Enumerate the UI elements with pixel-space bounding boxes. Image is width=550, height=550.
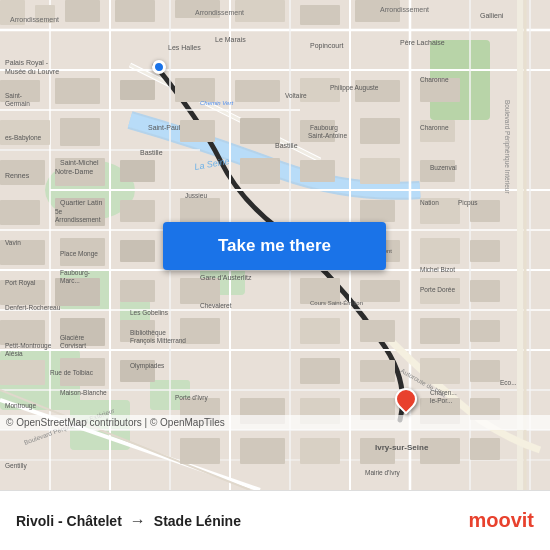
svg-text:Bastille: Bastille xyxy=(140,149,163,156)
svg-text:Porte d'Ivry: Porte d'Ivry xyxy=(175,394,208,402)
svg-text:Saint-: Saint- xyxy=(5,92,22,99)
svg-text:Alésia: Alésia xyxy=(5,350,23,357)
svg-text:Gare d'Austerlitz: Gare d'Austerlitz xyxy=(200,274,252,281)
svg-text:Michel Bizot: Michel Bizot xyxy=(420,266,455,273)
svg-rect-93 xyxy=(360,320,395,342)
svg-text:Place Monge: Place Monge xyxy=(60,250,98,258)
svg-rect-114 xyxy=(470,438,500,460)
svg-text:Petit-Montrouge: Petit-Montrouge xyxy=(5,342,52,350)
svg-rect-47 xyxy=(175,78,215,102)
svg-rect-92 xyxy=(300,318,340,344)
svg-text:Eco...: Eco... xyxy=(500,379,517,386)
svg-text:Popincourt: Popincourt xyxy=(310,42,344,50)
svg-rect-54 xyxy=(180,120,215,142)
svg-rect-100 xyxy=(360,360,395,382)
svg-text:es-Babylone: es-Babylone xyxy=(5,134,42,142)
svg-text:Corvisart: Corvisart xyxy=(60,342,86,349)
moovit-logo: moovit xyxy=(468,509,534,532)
origin-marker xyxy=(152,60,166,74)
svg-text:Olympiades: Olympiades xyxy=(130,362,165,370)
copyright-text: © OpenStreetMap contributors | © OpenMap… xyxy=(6,417,225,428)
svg-rect-63 xyxy=(300,160,335,182)
svg-text:Palais Royal -: Palais Royal - xyxy=(5,59,49,67)
svg-rect-61 xyxy=(120,160,155,182)
svg-rect-95 xyxy=(470,320,500,342)
svg-rect-66 xyxy=(0,200,40,225)
svg-text:le-Por...: le-Por... xyxy=(430,397,453,404)
svg-text:Cours Saint-Émilion: Cours Saint-Émilion xyxy=(310,300,363,306)
svg-rect-46 xyxy=(120,80,155,100)
svg-rect-83 xyxy=(180,278,220,304)
svg-text:Chemin Vert: Chemin Vert xyxy=(200,100,233,106)
svg-text:Jussieu: Jussieu xyxy=(185,192,207,199)
svg-rect-94 xyxy=(420,318,460,344)
map-container: Arrondissement Arrondissement Arrondisse… xyxy=(0,0,550,490)
svg-rect-102 xyxy=(470,360,500,382)
svg-rect-53 xyxy=(60,118,100,146)
svg-text:Faubourg-: Faubourg- xyxy=(60,269,90,277)
svg-text:Le Marais: Le Marais xyxy=(215,36,246,43)
svg-rect-87 xyxy=(470,280,500,302)
svg-text:Bastille: Bastille xyxy=(275,142,298,149)
svg-text:Arrondissement: Arrondissement xyxy=(10,16,59,23)
svg-rect-85 xyxy=(360,280,400,302)
svg-rect-111 xyxy=(300,438,340,464)
svg-text:Gallieni: Gallieni xyxy=(480,12,504,19)
svg-text:Père Lachaise: Père Lachaise xyxy=(400,39,445,46)
svg-text:Saint-Antoine: Saint-Antoine xyxy=(308,132,347,139)
svg-text:Nation: Nation xyxy=(420,199,439,206)
svg-text:Denfert-Rochereau: Denfert-Rochereau xyxy=(5,304,61,311)
arrow-icon: → xyxy=(130,512,146,530)
svg-text:Quartier Latin: Quartier Latin xyxy=(60,199,103,207)
svg-text:Arrondissement: Arrondissement xyxy=(195,9,244,16)
svg-text:Rue de Tolbiac: Rue de Tolbiac xyxy=(50,369,94,376)
svg-text:Charonne: Charonne xyxy=(420,124,449,131)
svg-rect-99 xyxy=(300,358,340,384)
svg-rect-62 xyxy=(240,158,280,184)
svg-rect-52 xyxy=(0,120,50,145)
svg-rect-110 xyxy=(240,438,285,464)
svg-text:Maison-Blanche: Maison-Blanche xyxy=(60,389,107,396)
svg-rect-96 xyxy=(0,360,45,385)
svg-text:Montrouge: Montrouge xyxy=(5,402,36,410)
svg-rect-42 xyxy=(300,5,340,25)
svg-rect-79 xyxy=(470,240,500,262)
svg-rect-109 xyxy=(180,438,220,464)
svg-rect-55 xyxy=(240,118,280,144)
moovit-brand-text: moovit xyxy=(468,509,534,532)
svg-rect-48 xyxy=(235,80,280,102)
svg-rect-64 xyxy=(360,158,400,184)
destination-label: Stade Lénine xyxy=(154,513,241,529)
destination-marker xyxy=(395,388,417,410)
svg-text:Notre-Dame: Notre-Dame xyxy=(55,168,93,175)
svg-text:Port Royal: Port Royal xyxy=(5,279,36,287)
svg-text:Arrondissement: Arrondissement xyxy=(55,216,101,223)
svg-text:Les Halles: Les Halles xyxy=(168,44,201,51)
svg-text:Buzenval: Buzenval xyxy=(430,164,457,171)
svg-text:Saint-Michel: Saint-Michel xyxy=(60,159,99,166)
svg-text:Picpus: Picpus xyxy=(458,199,478,207)
svg-text:Germain: Germain xyxy=(5,100,30,107)
svg-text:Faubourg: Faubourg xyxy=(310,124,338,132)
svg-text:Les Gobelins: Les Gobelins xyxy=(130,309,169,316)
svg-rect-78 xyxy=(420,238,460,264)
svg-rect-68 xyxy=(120,200,155,222)
svg-rect-39 xyxy=(115,0,155,22)
svg-text:Charonne: Charonne xyxy=(420,76,449,83)
svg-text:Bibliothèque: Bibliothèque xyxy=(130,329,166,337)
svg-text:Philippe Auguste: Philippe Auguste xyxy=(330,84,379,92)
svg-rect-91 xyxy=(180,318,220,344)
take-me-there-button[interactable]: Take me there xyxy=(163,222,386,270)
svg-text:Vavin: Vavin xyxy=(5,239,21,246)
svg-text:Saint-Paul: Saint-Paul xyxy=(148,124,181,131)
svg-rect-82 xyxy=(120,280,155,302)
bottom-bar: Rivoli - Châtelet → Stade Lénine moovit xyxy=(0,490,550,550)
svg-text:Chevaleret: Chevaleret xyxy=(200,302,232,309)
svg-text:Ivry-sur-Seine: Ivry-sur-Seine xyxy=(375,443,429,452)
origin-label: Rivoli - Châtelet xyxy=(16,513,122,529)
svg-text:François Mitterrand: François Mitterrand xyxy=(130,337,186,345)
svg-text:Musée du Louvre: Musée du Louvre xyxy=(5,68,59,75)
svg-text:Mairie d'Ivry: Mairie d'Ivry xyxy=(365,469,401,477)
svg-text:Porte Dorée: Porte Dorée xyxy=(420,286,455,293)
svg-rect-70 xyxy=(360,200,395,222)
